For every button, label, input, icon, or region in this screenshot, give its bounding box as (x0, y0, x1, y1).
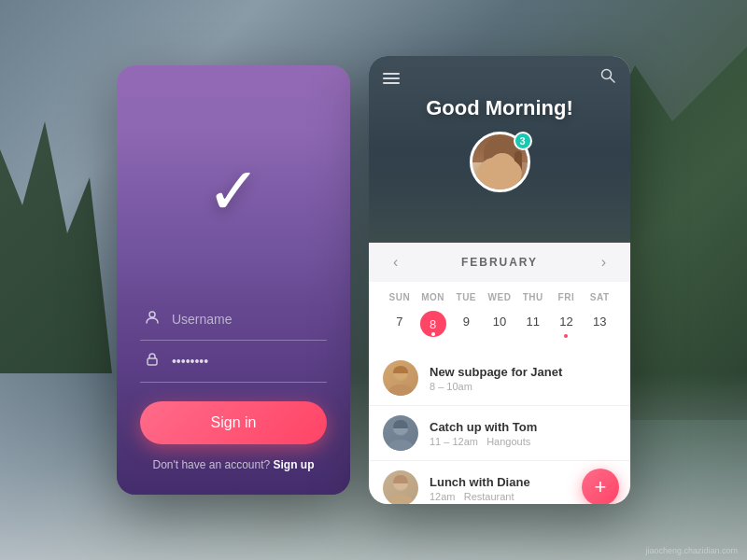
greeting-text: Good Morning! (383, 96, 616, 120)
cal-top-bar (383, 67, 616, 89)
watermark: jiaocheng.chazidian.com (645, 546, 738, 555)
signup-static-text: Don't have an account? (152, 458, 270, 471)
cal-day-9[interactable]: 9 (449, 309, 483, 339)
avatar-container[interactable]: 3 (470, 132, 530, 192)
event-avatar-tom (383, 415, 418, 451)
cal-day-11[interactable]: 11 (516, 309, 550, 339)
username-input[interactable] (172, 312, 322, 327)
login-card-content: ✓ (117, 65, 350, 495)
event-subtitle-janet: 8 – 10am (430, 381, 616, 392)
login-card: ✓ (117, 65, 350, 495)
day-header-sat: SAT (583, 289, 616, 305)
event-avatar-janet (383, 360, 418, 396)
event-avatar-diane (383, 470, 418, 504)
event-title-janet: New subpage for Janet (430, 365, 616, 379)
svg-point-5 (487, 153, 517, 187)
login-fields (140, 299, 327, 383)
cal-day-8[interactable]: 8 (420, 311, 446, 337)
svg-rect-1 (148, 358, 157, 365)
day-header-tue: TUE (449, 289, 483, 305)
notification-badge: 3 (514, 132, 532, 150)
event-item-janet[interactable]: New subpage for Janet 8 – 10am (369, 351, 630, 406)
calendar-card: Good Morning! (369, 56, 630, 504)
day-header-thu: THU (516, 289, 550, 305)
username-field-row (140, 299, 327, 341)
cal-day-12[interactable]: 12 (550, 309, 584, 339)
signin-button[interactable]: Sign in (140, 401, 327, 444)
event-info-tom: Catch up with Tom 11 – 12am Hangouts (430, 420, 616, 447)
day-header-mon: MON (416, 289, 450, 305)
lock-icon (145, 352, 161, 371)
calendar-days-row: 7 8 9 10 11 12 13 (383, 309, 616, 339)
events-list: New subpage for Janet 8 – 10am Catch up … (369, 346, 630, 504)
menu-icon[interactable] (383, 73, 400, 84)
calendar-grid: SUN MON TUE WED THU FRI SAT 7 8 9 10 11 … (369, 282, 630, 346)
password-field-row (140, 341, 327, 383)
day-header-sun: SUN (383, 289, 416, 305)
calendar-header: Good Morning! (369, 56, 630, 243)
month-navigation: ‹ FEBRUARY › (369, 243, 630, 282)
checkmark-icon: ✓ (206, 159, 261, 224)
content-wrapper: ✓ (0, 0, 747, 560)
month-label: FEBRUARY (461, 256, 538, 269)
prev-month-button[interactable]: ‹ (388, 252, 403, 273)
user-icon (145, 310, 161, 329)
event-info-janet: New subpage for Janet 8 – 10am (430, 365, 616, 392)
svg-rect-6 (484, 151, 491, 177)
signup-link[interactable]: Sign up (274, 458, 315, 471)
signup-prompt: Don't have an account? Sign up (152, 458, 314, 471)
avatar-area: 3 (383, 132, 616, 192)
event-item-tom[interactable]: Catch up with Tom 11 – 12am Hangouts (369, 406, 630, 461)
event-subtitle-tom: 11 – 12am Hangouts (430, 436, 616, 447)
cal-day-13[interactable]: 13 (583, 309, 616, 339)
day-header-fri: FRI (550, 289, 584, 305)
event-title-tom: Catch up with Tom (430, 420, 616, 434)
fab-add-button[interactable]: + (582, 469, 619, 504)
checkmark-area: ✓ (206, 93, 261, 289)
calendar-days-header: SUN MON TUE WED THU FRI SAT (383, 289, 616, 305)
cal-header-content: Good Morning! (369, 56, 630, 203)
cal-day-10[interactable]: 10 (483, 309, 516, 339)
day-header-wed: WED (483, 289, 516, 305)
svg-point-0 (149, 312, 155, 317)
event-item-diane[interactable]: Lunch with Diane 12am Restaurant + (369, 461, 630, 504)
next-month-button[interactable]: › (596, 252, 612, 273)
password-input[interactable] (172, 354, 322, 369)
svg-line-3 (611, 78, 615, 83)
cal-day-7[interactable]: 7 (383, 309, 416, 339)
search-icon[interactable] (599, 67, 616, 89)
svg-rect-7 (514, 151, 522, 177)
